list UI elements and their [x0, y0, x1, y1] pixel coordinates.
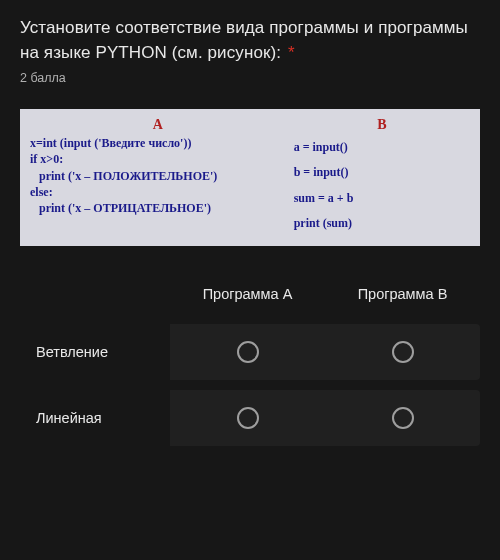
code-column-a: A x=int (input ('Введите число')) if x>0… [30, 117, 286, 236]
code-a-line: print ('x – ПОЛОЖИТЕЛЬНОЕ') [30, 168, 286, 184]
code-b-line: b = input() [294, 160, 470, 185]
radio-branching-b[interactable] [392, 341, 414, 363]
radio-linear-b[interactable] [392, 407, 414, 429]
grid-row-label: Ветвление [20, 324, 170, 380]
radio-grid: Программа A Программа B Ветвление Линейн… [20, 274, 480, 446]
grid-header-row: Программа A Программа B [20, 274, 480, 314]
radio-cell [170, 407, 325, 429]
radio-cell [325, 341, 480, 363]
question-text: Установите соответствие вида программы и… [20, 16, 480, 65]
code-a-line: else: [30, 184, 286, 200]
grid-col-header-a: Программа A [170, 286, 325, 302]
radio-cell [170, 341, 325, 363]
radio-cell [325, 407, 480, 429]
grid-row-label: Линейная [20, 390, 170, 446]
question-points: 2 балла [20, 71, 480, 85]
radio-branching-a[interactable] [237, 341, 259, 363]
code-a-line: x=int (input ('Введите число')) [30, 135, 286, 151]
code-b-line: print (sum) [294, 211, 470, 236]
question-text-content: Установите соответствие вида программы и… [20, 18, 468, 62]
code-a-line: if x>0: [30, 151, 286, 167]
code-column-b: B a = input() b = input() sum = a + b pr… [286, 117, 470, 236]
grid-col-header-b: Программа B [325, 286, 480, 302]
code-col-b-header: B [294, 117, 470, 133]
required-asterisk: * [288, 43, 295, 62]
code-b-line: a = input() [294, 135, 470, 160]
code-b-line: sum = a + b [294, 186, 470, 211]
code-reference-image: A x=int (input ('Введите число')) if x>0… [20, 109, 480, 246]
grid-row-branching: Ветвление [20, 324, 480, 380]
code-col-a-header: A [30, 117, 286, 133]
radio-linear-a[interactable] [237, 407, 259, 429]
code-a-line: print ('x – ОТРИЦАТЕЛЬНОЕ') [30, 200, 286, 216]
grid-row-linear: Линейная [20, 390, 480, 446]
